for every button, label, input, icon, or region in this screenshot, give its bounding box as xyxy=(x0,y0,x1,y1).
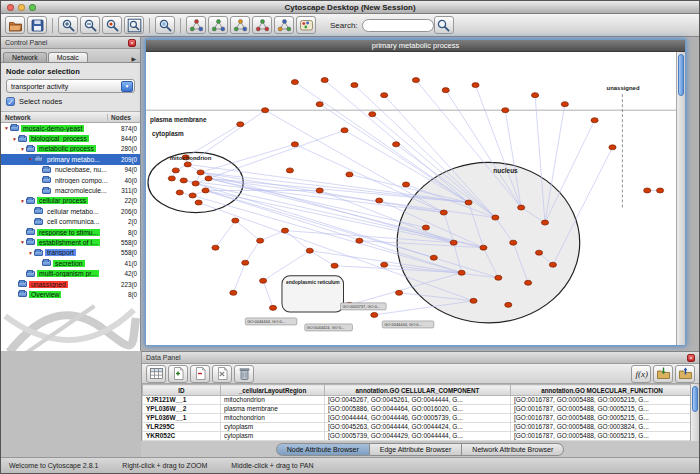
network-node[interactable] xyxy=(202,188,209,193)
network-node[interactable] xyxy=(495,275,502,280)
network-node[interactable] xyxy=(492,215,499,220)
expand-arrow-icon[interactable]: ▼ xyxy=(27,250,34,256)
network-node[interactable] xyxy=(442,88,449,93)
network-node[interactable] xyxy=(205,176,212,181)
tree-item[interactable]: nitrogen compo...40(0 xyxy=(1,175,140,185)
network-node[interactable] xyxy=(450,240,457,245)
network-frame-title[interactable]: primary metabolic process xyxy=(146,40,685,52)
tree-item[interactable]: secretion41(0 xyxy=(1,258,140,268)
trash-icon[interactable] xyxy=(234,365,254,383)
network-node[interactable] xyxy=(331,263,338,268)
network-node[interactable] xyxy=(316,102,323,107)
cell-id[interactable]: YJR121W__1 xyxy=(143,396,221,405)
column-header[interactable]: ID xyxy=(143,385,221,396)
expand-arrow-icon[interactable]: ▼ xyxy=(27,156,34,162)
clear-attribute-icon[interactable] xyxy=(212,365,232,383)
network-node[interactable] xyxy=(402,182,409,187)
zoom-fit-icon[interactable] xyxy=(124,16,144,34)
minimize-window-button[interactable] xyxy=(18,4,25,11)
network-node[interactable] xyxy=(376,198,383,203)
select-nodes-checkbox[interactable]: ✓ xyxy=(6,97,15,106)
select-nodes-option[interactable]: ✓ Select nodes xyxy=(6,97,135,106)
table-row[interactable]: YLR295Ccytoplasm[GO:0045263, GO:0044444,… xyxy=(143,423,691,432)
function-builder-icon[interactable]: f(x) xyxy=(631,365,651,383)
network-node[interactable] xyxy=(180,178,187,183)
cell-cellular-component[interactable]: [GO:0044444, GO:0044446, GO:0005739, G..… xyxy=(325,414,511,423)
network-node[interactable] xyxy=(168,176,175,181)
network-node[interactable] xyxy=(346,172,353,177)
table-row[interactable]: YJR121W__1mitochondrion[GO:0045267, GO:0… xyxy=(143,396,691,405)
cell-molecular-function[interactable]: [GO:0016787, GO:0005488, GO:0005215, G..… xyxy=(511,405,691,414)
network-node[interactable] xyxy=(518,205,525,210)
network-node[interactable] xyxy=(472,83,479,88)
tree-item[interactable]: nucleobase, nu...94(0 xyxy=(1,165,140,175)
zoom-in-icon[interactable] xyxy=(58,16,78,34)
tree-item[interactable]: ▼primary metabo...209(0 xyxy=(1,154,140,164)
cell-cellular-component[interactable]: [GO:0045263, GO:0044444, GO:0044424, G..… xyxy=(325,423,511,432)
network-node[interactable] xyxy=(172,168,179,173)
cell-region[interactable]: mitochondrion xyxy=(221,414,325,423)
cell-region[interactable]: cytoplasm xyxy=(221,423,325,432)
tree-column-nodes[interactable]: Nodes xyxy=(108,114,140,121)
tab-network-attribute-browser[interactable]: Network Attribute Browser xyxy=(462,443,564,456)
network-node[interactable] xyxy=(321,78,328,83)
table-row[interactable]: YPL036W__2plasma membrane[GO:0005886, GO… xyxy=(143,405,691,414)
vizmapper-icon[interactable] xyxy=(296,16,316,34)
network-edge[interactable] xyxy=(263,281,273,308)
network-node[interactable] xyxy=(510,240,517,245)
cell-cellular-component[interactable]: [GO:0045267, GO:0045261, GO:0044444, G..… xyxy=(325,396,511,405)
tree-item[interactable]: cell communica...2(0 xyxy=(1,217,140,227)
cell-region[interactable]: plasma membrane xyxy=(221,405,325,414)
show-all-icon[interactable] xyxy=(208,16,228,34)
network-node[interactable] xyxy=(535,250,542,255)
cell-cellular-component[interactable]: [GO:0005886, GO:0044464, GO:0016020, G..… xyxy=(325,405,511,414)
search-input[interactable] xyxy=(362,19,434,32)
new-network-from-selection-icon[interactable] xyxy=(230,16,250,34)
cell-molecular-function[interactable]: [GO:0016787, GO:0005488, GO:0005215, G..… xyxy=(511,414,691,423)
scrollbar-thumb[interactable] xyxy=(678,54,684,96)
tree-item[interactable]: Overview8(0 xyxy=(1,289,140,299)
network-node[interactable] xyxy=(260,278,267,283)
clone-network-icon[interactable] xyxy=(252,16,272,34)
hide-selected-icon[interactable] xyxy=(186,16,206,34)
network-vertical-scrollbar[interactable] xyxy=(676,52,685,345)
network-node[interactable] xyxy=(458,270,465,275)
network-node[interactable] xyxy=(381,93,388,98)
network-node[interactable] xyxy=(525,280,532,285)
tab-mosaic[interactable]: Mosaic xyxy=(48,52,88,62)
network-node[interactable] xyxy=(230,290,237,295)
search-options-icon[interactable] xyxy=(434,16,454,34)
tree-item[interactable]: response to stimu...8(0 xyxy=(1,227,140,237)
new-attribute-icon[interactable] xyxy=(168,365,188,383)
expand-arrow-icon[interactable]: ▼ xyxy=(19,198,26,204)
tree-item[interactable]: ▼mosaic-demo-yeast874(0 xyxy=(1,123,140,133)
network-node[interactable] xyxy=(381,262,388,267)
column-header[interactable]: annotation.GO CELLULAR_COMPONENT xyxy=(325,385,511,396)
network-node[interactable] xyxy=(531,93,538,98)
network-node[interactable] xyxy=(262,108,269,113)
cell-cellular-component[interactable]: [GO:0005739, GO:0044429, GO:0044444, G..… xyxy=(325,432,511,441)
attribute-grid-icon[interactable] xyxy=(146,365,166,383)
network-node[interactable] xyxy=(480,245,487,250)
tree-item[interactable]: ▼transport558(0 xyxy=(1,248,140,258)
network-node[interactable] xyxy=(502,108,509,113)
cell-molecular-function[interactable]: [GO:0016787, GO:0005488, GO:0005215, G..… xyxy=(511,432,691,441)
cell-id[interactable]: YLR295C xyxy=(143,423,221,432)
network-node[interactable] xyxy=(465,200,472,205)
network-node[interactable] xyxy=(286,168,293,173)
delete-attribute-icon[interactable] xyxy=(190,365,210,383)
column-header[interactable]: _cellularLayoutRegion xyxy=(221,385,325,396)
network-node[interactable] xyxy=(176,190,183,195)
open-session-icon[interactable] xyxy=(5,16,25,34)
network-view-frame[interactable]: primary metabolic process GO:0044444, GO… xyxy=(145,39,686,346)
network-node[interactable] xyxy=(189,193,196,198)
cell-id[interactable]: YPL036W__2 xyxy=(143,405,221,414)
network-edge[interactable] xyxy=(325,80,469,202)
network-node[interactable] xyxy=(541,220,548,225)
table-vertical-scrollbar[interactable] xyxy=(690,384,699,441)
network-node[interactable] xyxy=(269,305,276,310)
tree-item[interactable]: ▼establishment of l...558(0 xyxy=(1,237,140,247)
cell-id[interactable]: YKR052C xyxy=(143,432,221,441)
network-node[interactable] xyxy=(237,122,244,127)
tree-item[interactable]: macromolecule...311(0 xyxy=(1,185,140,195)
